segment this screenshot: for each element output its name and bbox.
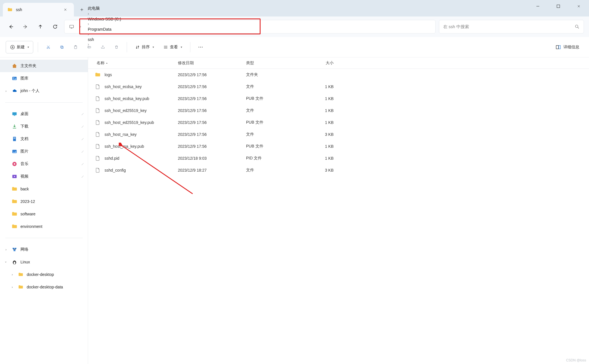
svg-rect-31 <box>557 5 560 8</box>
view-button[interactable]: 查看 ▾ <box>160 41 186 53</box>
address-bar[interactable]: 此电脑Windows-SSD (C:)ProgramDatassh <box>64 20 436 34</box>
details-pane-button[interactable]: 详细信息 <box>551 41 583 53</box>
tab-title: ssh <box>16 7 22 12</box>
refresh-icon <box>52 24 58 30</box>
cell-name: ssh_host_rsa_key <box>88 132 173 137</box>
search-icon <box>575 24 580 29</box>
root-chevron[interactable] <box>77 24 84 30</box>
cell-type: PID 文件 <box>242 156 298 161</box>
back-icon <box>8 24 14 30</box>
close-window-button[interactable] <box>569 0 589 13</box>
tab-active[interactable]: ssh <box>3 3 74 16</box>
search-input[interactable] <box>443 24 572 29</box>
pin-icon: ⟋ <box>81 112 84 116</box>
column-label: 类型 <box>246 61 254 66</box>
paste-button[interactable] <box>70 41 81 53</box>
sidebar-item-下载[interactable]: 下载 ⟋ <box>0 120 88 133</box>
paste-icon <box>73 44 78 50</box>
expand-chevron[interactable]: › <box>10 273 15 276</box>
sort-icon <box>135 45 140 50</box>
file-row[interactable]: ssh_host_rsa_key 2023/12/9 17:56 文件 3 KB <box>88 128 589 140</box>
file-icon <box>95 143 101 149</box>
copy-button[interactable] <box>56 41 68 53</box>
column-label: 名称 <box>97 61 105 66</box>
tab-close-button[interactable] <box>63 7 68 13</box>
forward-button[interactable] <box>20 21 31 32</box>
sidebar-item-software[interactable]: software <box>0 208 88 220</box>
sidebar-item-2023-12[interactable]: 2023-12 <box>0 195 88 208</box>
sidebar-item-label: environment <box>20 224 84 229</box>
minimize-button[interactable] <box>528 0 548 13</box>
back-button[interactable] <box>5 21 16 32</box>
breadcrumb-segment[interactable]: ssh <box>85 36 97 43</box>
cell-size: 1 KB <box>298 84 338 89</box>
new-button[interactable]: 新建 ▾ <box>6 41 33 53</box>
file-row[interactable]: ssh_host_rsa_key.pub 2023/12/9 17:56 PUB… <box>88 140 589 152</box>
chevron-down-icon: ▾ <box>153 45 154 49</box>
refresh-button[interactable] <box>49 21 61 32</box>
column-type[interactable]: 类型 <box>242 61 298 66</box>
column-date[interactable]: 修改日期 <box>173 61 242 66</box>
cell-name: ssh_host_ed25519_key <box>88 108 173 113</box>
cell-date: 2023/12/9 17:56 <box>173 132 242 137</box>
download-icon <box>11 123 18 130</box>
sidebar-item-back[interactable]: back <box>0 183 88 195</box>
sort-button[interactable]: 排序 ▾ <box>132 41 157 53</box>
sidebar-item-label: 音乐 <box>20 161 78 167</box>
sidebar-item-onedrive[interactable]: › john - 个人 <box>0 85 88 97</box>
column-label: 大小 <box>326 61 334 66</box>
cell-name: sshd.pid <box>88 155 173 161</box>
cell-name: ssh_host_ed25519_key.pub <box>88 120 173 125</box>
cell-size: 1 KB <box>298 120 338 125</box>
file-name: sshd.pid <box>105 156 119 161</box>
onedrive-icon <box>11 88 18 94</box>
sidebar-item-network[interactable]: › 网络 <box>0 243 88 256</box>
column-name[interactable]: 名称 ▴ <box>88 61 173 66</box>
sidebar-item-文档[interactable]: 文档 ⟋ <box>0 133 88 145</box>
file-row[interactable]: sshd.pid 2023/12/18 9:03 PID 文件 1 KB <box>88 152 589 164</box>
breadcrumb-segment[interactable]: Windows-SSD (C:) <box>85 16 124 22</box>
folder-icon <box>11 186 18 192</box>
copy-icon <box>60 44 64 50</box>
file-row[interactable]: ssh_host_ecdsa_key.pub 2023/12/9 17:56 P… <box>88 93 589 105</box>
sidebar-item-label: 桌面 <box>20 111 78 117</box>
column-size[interactable]: 大小 <box>298 61 338 66</box>
details-icon <box>555 44 561 50</box>
collapse-chevron[interactable]: › <box>4 259 8 265</box>
sidebar-item-docker-desktop[interactable]: › docker-desktop <box>0 268 88 281</box>
main: 主文件夹 图库 › john - 个人 桌面 ⟋ 下载 ⟋ 文档 ⟋ 图片 ⟋ <box>0 57 589 364</box>
cell-size: 1 KB <box>298 144 338 149</box>
maximize-button[interactable] <box>548 0 569 13</box>
more-button[interactable]: ··· <box>195 41 207 53</box>
sidebar-item-图片[interactable]: 图片 ⟋ <box>0 145 88 158</box>
sidebar-item-environment[interactable]: environment <box>0 220 88 233</box>
sidebar-item-gallery[interactable]: 图库 <box>0 72 88 85</box>
file-row[interactable]: ssh_host_ed25519_key 2023/12/9 17:56 文件 … <box>88 105 589 117</box>
folder-icon <box>18 271 24 278</box>
file-row[interactable]: ssh_host_ecdsa_key 2023/12/9 17:56 文件 1 … <box>88 81 589 93</box>
sort-indicator-icon: ▴ <box>106 62 107 64</box>
search-box[interactable] <box>439 20 584 34</box>
file-row[interactable]: logs 2023/12/9 17:56 文件夹 <box>88 69 589 81</box>
sidebar-item-桌面[interactable]: 桌面 ⟋ <box>0 108 88 120</box>
sidebar-item-home[interactable]: 主文件夹 <box>0 60 88 72</box>
folder-icon <box>7 7 13 12</box>
sidebar-item-label: 文档 <box>20 136 78 142</box>
expand-chevron[interactable]: › <box>3 248 9 251</box>
sidebar-item-docker-desktop-data[interactable]: › docker-desktop-data <box>0 281 88 293</box>
sidebar-item-音乐[interactable]: 音乐 ⟋ <box>0 158 88 170</box>
file-row[interactable]: ssh_host_ed25519_key.pub 2023/12/9 17:56… <box>88 117 589 128</box>
close-icon <box>63 8 67 12</box>
expand-chevron[interactable]: › <box>3 89 9 93</box>
file-row[interactable]: sshd_config 2023/12/9 18:27 文件 3 KB <box>88 164 589 176</box>
sidebar-item-视频[interactable]: 视频 ⟋ <box>0 170 88 183</box>
up-button[interactable] <box>35 21 46 32</box>
cut-button[interactable] <box>43 41 54 53</box>
expand-chevron[interactable]: › <box>10 285 15 289</box>
breadcrumb-segment[interactable]: ProgramData <box>85 26 114 33</box>
cut-icon <box>46 44 51 50</box>
folder-icon <box>11 223 18 230</box>
breadcrumb-segment[interactable]: 此电脑 <box>85 5 103 12</box>
window-controls <box>528 0 589 13</box>
sidebar-item-linux[interactable]: › Linux <box>0 256 88 268</box>
